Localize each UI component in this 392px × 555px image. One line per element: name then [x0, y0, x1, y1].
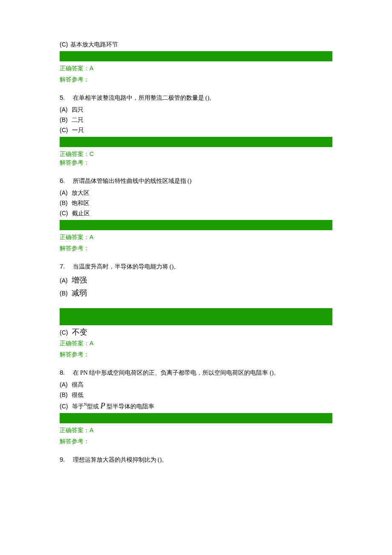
q4-answer: 正确答案：A: [60, 65, 332, 72]
answer-label: 正确答案：: [60, 234, 89, 240]
option-label: (B): [60, 199, 68, 206]
q6-answer: 正确答案：A: [60, 234, 332, 241]
answer-label: 正确答案：: [60, 340, 89, 347]
option-label: (A): [60, 277, 68, 284]
q7-explanation: 解答参考：: [60, 351, 332, 358]
q5-option-a: (A) 四只: [60, 106, 332, 114]
q7-option-c: (C) 不变: [60, 327, 332, 337]
q7-question: 7.当温度升高时，半导体的导电能力将 ()。: [60, 263, 332, 271]
option-text: 饱和区: [72, 200, 89, 206]
highlight-bar: [60, 220, 332, 230]
option-label: (C): [60, 403, 68, 410]
option-label: (A): [60, 381, 68, 388]
option-text: 增强: [72, 276, 87, 284]
option-text: 很高: [72, 382, 84, 388]
question-text: 在单相半波整流电路中，所用整流二极管的数量是 ()。: [73, 95, 216, 101]
q6-option-b: (B) 饱和区: [60, 199, 332, 207]
option-text: 很低: [72, 392, 84, 398]
question-text: 理想运算放大器的共模抑制比为 ()。: [73, 457, 168, 463]
question-text: 在 PN 结中形成空间电荷区的正、负离子都带电，所以空间电荷区的电阻率 ()。: [73, 370, 280, 376]
q8-answer: 正确答案：A: [60, 427, 332, 434]
option-label: (A): [60, 106, 68, 113]
question-number: 7.: [60, 263, 65, 270]
option-label: (C): [60, 329, 68, 336]
highlight-bar: [60, 413, 332, 423]
option-italic-p: P: [101, 402, 105, 410]
option-text: 四只: [72, 107, 84, 113]
option-label: (C): [60, 210, 68, 217]
option-text: 二只: [72, 117, 84, 123]
q5-option-b: (B) 二只: [60, 116, 332, 124]
option-label: (C): [60, 41, 68, 48]
spacer: [60, 301, 332, 306]
option-label: (A): [60, 189, 68, 196]
question-number: 6.: [60, 177, 65, 184]
q5-option-c: (C) 一只: [60, 127, 332, 134]
highlight-bar: [60, 51, 332, 61]
q6-explanation: 解答参考：: [60, 245, 332, 252]
answer-label: 正确答案：: [60, 427, 89, 434]
q9-question: 9.理想运算放大器的共模抑制比为 ()。: [60, 456, 332, 464]
question-text: 所谓晶体管输出特性曲线中的线性区域是指 (): [73, 178, 192, 184]
option-text: 不变: [72, 328, 87, 336]
option-label: (B): [60, 290, 68, 297]
answer-value: A: [89, 234, 93, 240]
question-number: 8.: [60, 369, 65, 376]
option-text-prefix: 等于: [72, 403, 84, 410]
q5-explanation: 解答参考：: [60, 159, 332, 167]
q6-question: 6.所谓晶体管输出特性曲线中的线性区域是指 (): [60, 177, 332, 185]
answer-value: A: [89, 427, 93, 434]
q6-option-a: (A) 放大区: [60, 189, 332, 197]
question-number: 9.: [60, 456, 65, 463]
highlight-bar: [60, 137, 332, 147]
option-text: 减弱: [72, 289, 87, 297]
option-label: (C): [60, 127, 68, 133]
question-text: 当温度升高时，半导体的导电能力将 ()。: [73, 263, 180, 270]
option-text-mid1: 型或: [87, 403, 101, 410]
option-text: 基本放大电路环节: [70, 41, 118, 48]
answer-value: A: [89, 340, 93, 347]
highlight-bar: [60, 308, 332, 325]
q5-answer: 正确答案：C: [60, 150, 332, 158]
q7-option-b: (B) 减弱: [60, 288, 332, 298]
option-text-mid2: 型半导体的电阻率: [105, 403, 155, 410]
q5-question: 5.在单相半波整流电路中，所用整流二极管的数量是 ()。: [60, 94, 332, 102]
option-label: (B): [60, 116, 68, 123]
q8-option-c: (C) 等于N型或 P 型半导体的电阻率: [60, 402, 332, 410]
q4-explanation: 解答参考：: [60, 76, 332, 84]
q8-option-a: (A) 很高: [60, 381, 332, 389]
q8-question: 8.在 PN 结中形成空间电荷区的正、负离子都带电，所以空间电荷区的电阻率 ()…: [60, 369, 332, 377]
answer-label: 正确答案：: [60, 151, 89, 157]
answer-label: 正确答案：: [60, 65, 89, 72]
option-text: 截止区: [72, 210, 90, 217]
q7-option-a: (A) 增强: [60, 275, 332, 285]
q4-option-c: (C)基本放大电路环节: [60, 41, 332, 49]
answer-value: A: [89, 65, 93, 72]
document-page: (C)基本放大电路环节 正确答案：A 解答参考： 5.在单相半波整流电路中，所用…: [0, 0, 392, 494]
option-label: (B): [60, 391, 68, 398]
option-text: 一只: [72, 127, 84, 133]
answer-value: C: [89, 150, 94, 157]
q7-answer: 正确答案：A: [60, 340, 332, 347]
q8-explanation: 解答参考：: [60, 438, 332, 445]
option-text: 放大区: [72, 190, 89, 196]
q8-option-b: (B) 很低: [60, 391, 332, 399]
question-number: 5.: [60, 94, 65, 101]
q6-option-c: (C) 截止区: [60, 210, 332, 217]
